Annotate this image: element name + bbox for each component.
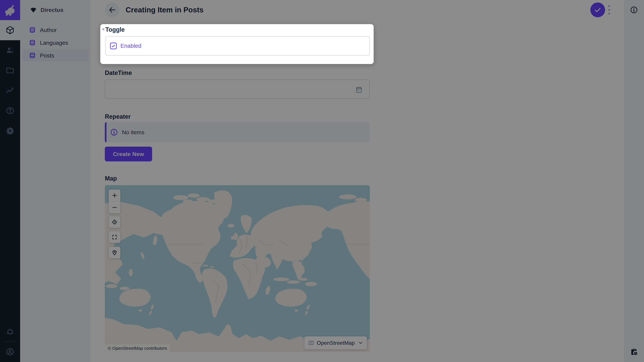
toggle-input[interactable]: Enabled bbox=[105, 36, 370, 56]
directus-app: Directus Author Languages bbox=[0, 0, 644, 362]
toggle-field-spotlight: Toggle Enabled bbox=[100, 24, 374, 64]
enabled-label: Enabled bbox=[120, 42, 142, 49]
toggle-label: Toggle bbox=[105, 26, 124, 33]
field-state-dot bbox=[102, 28, 104, 30]
checkmark-icon bbox=[111, 44, 116, 48]
enabled-checkbox[interactable] bbox=[110, 42, 117, 49]
